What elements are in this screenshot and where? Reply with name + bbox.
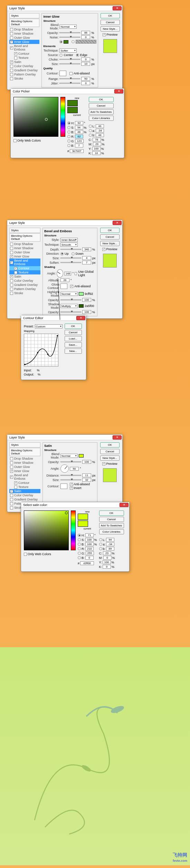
angle-input[interactable]: 148 — [64, 272, 71, 275]
s-radio[interactable] — [67, 126, 70, 129]
hue-slider[interactable] — [60, 97, 65, 137]
h-input[interactable]: 71 — [85, 533, 94, 537]
new-style-button[interactable]: New Style... — [100, 241, 120, 246]
hex-input[interactable]: 3e7b07 — [70, 149, 84, 153]
style-item-bevel[interactable]: Bevel and Emboss — [9, 44, 39, 52]
s-input[interactable]: 94 — [75, 126, 83, 129]
h-opacity-input[interactable]: 100 — [82, 298, 91, 302]
picker-ok-button[interactable]: OK — [99, 510, 124, 516]
opacity-input[interactable]: 86 — [81, 31, 90, 35]
angle-input[interactable]: 50 — [70, 467, 79, 471]
jitter-input[interactable]: 0 — [81, 81, 90, 85]
cancel-button[interactable]: Cancel — [101, 20, 120, 25]
b2-input[interactable]: 0 — [85, 556, 94, 560]
jitter-slider[interactable] — [59, 83, 80, 84]
ok-button[interactable]: OK — [100, 228, 120, 233]
shadow-color[interactable] — [79, 304, 84, 308]
anti-aliased-check[interactable] — [70, 285, 73, 288]
b2-radio[interactable] — [78, 556, 81, 559]
angle-dial[interactable] — [57, 269, 63, 278]
opacity-slider[interactable] — [59, 32, 80, 33]
style-item-color-overlay[interactable]: Color Overlay — [9, 493, 40, 497]
satin-color-swatch[interactable] — [79, 454, 84, 458]
preview-check[interactable] — [102, 248, 105, 251]
g-radio[interactable] — [78, 552, 81, 555]
size-slider[interactable] — [60, 257, 81, 259]
style-item-pattern-overlay[interactable]: Pattern Overlay — [9, 72, 39, 76]
size-slider[interactable] — [59, 63, 80, 64]
b2-input[interactable]: 7 — [75, 144, 83, 147]
style-select[interactable]: Inner Bevel — [60, 238, 78, 242]
ce-ok-button[interactable]: OK — [65, 324, 82, 329]
style-item-satin[interactable]: Satin — [9, 274, 40, 279]
style-item-outer-glow[interactable]: Outer Glow — [9, 36, 39, 40]
b-input[interactable]: 48 — [75, 130, 83, 134]
highlight-select[interactable]: Normal — [60, 292, 78, 296]
style-item-color-overlay[interactable]: Color Overlay — [9, 64, 39, 68]
s-opacity-slider[interactable] — [60, 311, 81, 313]
new-style-button[interactable]: New Style... — [101, 26, 120, 31]
style-item-contour[interactable]: Contour — [9, 52, 39, 56]
style-item-gradient-overlay[interactable]: Gradient Overlay — [9, 68, 39, 72]
altitude-input[interactable]: 26 — [60, 278, 69, 282]
style-item-inner-shadow[interactable]: Inner Shadow — [9, 461, 40, 465]
c-input[interactable]: 23 — [103, 551, 111, 555]
style-item-texture[interactable]: Texture — [9, 270, 40, 274]
only-web-check[interactable] — [24, 553, 27, 556]
ok-button[interactable]: OK — [101, 13, 120, 18]
hex-input[interactable]: d2ff00 — [80, 561, 94, 565]
k-input[interactable]: 16 — [92, 151, 101, 155]
technique-select[interactable]: Smooth — [60, 243, 78, 247]
style-item-outer-glow[interactable]: Outer Glow — [9, 465, 40, 469]
soften-slider[interactable] — [60, 262, 81, 263]
angle-dial[interactable] — [60, 464, 69, 473]
add-swatches-button[interactable]: Add To Swatches — [99, 523, 124, 528]
b-radio[interactable] — [67, 130, 70, 134]
style-item-satin[interactable]: Satin — [9, 489, 40, 493]
l-input[interactable]: 46 — [96, 124, 104, 128]
style-item-outer-glow[interactable]: Outer Glow — [9, 250, 40, 254]
y-input[interactable]: 100 — [103, 560, 111, 564]
close-icon[interactable]: ✕ — [76, 316, 85, 320]
picker-cancel-button[interactable]: Cancel — [99, 517, 124, 522]
k-input[interactable]: 0 — [103, 565, 111, 569]
a-radio[interactable] — [89, 129, 92, 132]
close-icon[interactable]: ✕ — [113, 221, 122, 225]
r-input[interactable]: 210 — [85, 547, 94, 551]
c-input[interactable]: 78 — [93, 138, 101, 142]
curve-editor[interactable] — [24, 334, 58, 367]
ce-new-button[interactable]: New... — [65, 349, 82, 354]
color-radio[interactable] — [59, 40, 63, 43]
lab-b-radio[interactable] — [89, 134, 92, 137]
a-radio[interactable] — [99, 543, 102, 546]
style-item-gradient-overlay[interactable]: Gradient Overlay — [9, 497, 40, 501]
preview-check[interactable] — [102, 462, 105, 465]
b-input[interactable]: 100 — [85, 542, 94, 546]
distance-input[interactable]: 11 — [82, 473, 91, 477]
blending-options[interactable]: Blending Options: Default — [9, 233, 40, 242]
source-edge-radio[interactable] — [76, 54, 79, 57]
distance-slider[interactable] — [60, 475, 81, 476]
shadow-select[interactable]: Multiply — [60, 304, 78, 308]
preview-check[interactable] — [103, 33, 106, 36]
size-input[interactable]: 4 — [82, 256, 91, 260]
styles-header[interactable]: Styles — [9, 442, 40, 447]
size-slider[interactable] — [60, 479, 81, 480]
s-input[interactable]: 100 — [85, 538, 94, 542]
lab-b-radio[interactable] — [99, 547, 102, 550]
r-radio[interactable] — [78, 547, 81, 550]
h-radio[interactable] — [78, 534, 81, 537]
style-item-texture[interactable]: Texture — [9, 56, 39, 60]
lab-b-input[interactable]: 89 — [106, 547, 114, 551]
style-item-stroke[interactable]: Stroke — [9, 76, 39, 81]
preset-select[interactable]: Custom — [35, 324, 63, 328]
close-icon[interactable]: ✕ — [114, 89, 123, 93]
h-radio[interactable] — [67, 121, 70, 125]
highlight-color[interactable] — [79, 292, 84, 296]
size-input[interactable]: 32 — [82, 478, 91, 482]
ce-save-button[interactable]: Save... — [65, 342, 82, 347]
opacity-input[interactable]: 100 — [82, 460, 91, 464]
contour-thumb[interactable] — [59, 71, 66, 76]
soften-input[interactable]: 7 — [82, 261, 91, 264]
ok-button[interactable]: OK — [100, 442, 120, 447]
